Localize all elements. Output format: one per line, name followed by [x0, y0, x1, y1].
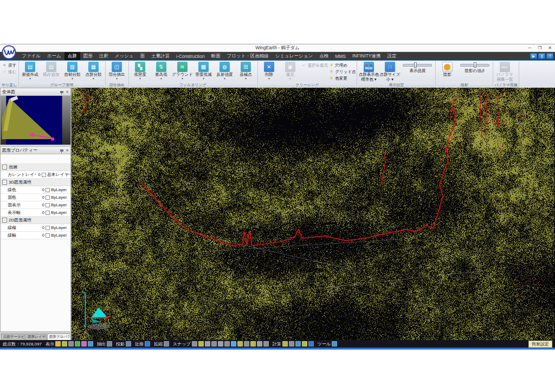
スナップ-icon-1[interactable]: [192, 341, 197, 347]
ribbon-slider-陰影の強さ[interactable]: 陰影の強さ: [458, 61, 492, 74]
ribbon-button-低密度[interactable]: ▚低密度▼: [130, 61, 151, 80]
pin-icon[interactable]: [60, 91, 63, 93]
menu-tab-設定[interactable]: 設定: [384, 52, 399, 60]
property-row-面表示[interactable]: 面表示0ByLayer: [1, 201, 70, 209]
スナップ-icon-11[interactable]: [257, 341, 262, 347]
ribbon-button-グラウンド[interactable]: ≋グラウンド▼: [172, 61, 193, 80]
スナップ-icon-5[interactable]: [218, 341, 223, 347]
表示-icon-1[interactable]: [55, 341, 61, 347]
dock-tab-図形プロパテ..[interactable]: 図形プロパテ..: [47, 334, 71, 340]
play-button[interactable]: ▶: [530, 53, 537, 59]
collapse-icon[interactable]: −: [2, 165, 7, 169]
計算-icon-1[interactable]: [282, 341, 288, 347]
menu-tab-シミュレーション[interactable]: シミュレーション: [272, 52, 316, 60]
menu-tab-点群[interactable]: 点群: [64, 52, 80, 60]
property-row-線幅[interactable]: 線幅0ByLayer: [1, 232, 70, 239]
ribbon-button-部分抽出[interactable]: ◫部分抽出▼: [107, 61, 127, 80]
menu-tab-メッシュ[interactable]: メッシュ: [112, 52, 137, 60]
pin-icon[interactable]: [60, 149, 63, 152]
menu-tab-INFINITY連携[interactable]: INFINITY連携: [349, 52, 384, 60]
スナップ-icon-8[interactable]: [237, 341, 243, 347]
menu-tab-注釈[interactable]: 注釈: [96, 52, 112, 60]
property-row-線種[interactable]: 線種0ByLayer: [1, 224, 70, 232]
collapse-icon[interactable]: −: [2, 218, 7, 223]
表示品質-slider-track[interactable]: [403, 64, 432, 67]
minimize-button[interactable]: ─: [528, 44, 531, 51]
近接-icon-1[interactable]: [145, 341, 150, 347]
menu-tab-断面[interactable]: 断面: [208, 52, 223, 60]
menu-tab-土量計算[interactable]: 土量計算: [148, 52, 173, 60]
ribbon-slider-表示品質[interactable]: 表示品質: [401, 61, 434, 74]
ribbon-button-削除[interactable]: ✕削除▼: [259, 61, 280, 80]
ribbon-button-陰影[interactable]: 陰影: [437, 61, 457, 77]
property-row-線色[interactable]: 線色0ByLayer: [1, 186, 70, 194]
スナップ-icon-4[interactable]: [211, 341, 217, 347]
ribbon-button-点群分類[interactable]: ▦点群分類▼: [83, 61, 104, 80]
陰影の強さ-slider-thumb[interactable]: [474, 62, 476, 68]
スナップ-icon-10[interactable]: [250, 341, 256, 347]
スナップ-icon-6[interactable]: [224, 341, 230, 347]
表示-icon-3[interactable]: [68, 341, 74, 347]
ribbon-button-密度低減[interactable]: ▩密度低減▼: [193, 61, 214, 80]
ribbon-button-グリッド点[interactable]: ✳グリッド点: [328, 69, 356, 75]
close-button[interactable]: ✕: [548, 44, 552, 51]
close-icon[interactable]: ✕: [66, 90, 69, 94]
easy-setting-button[interactable]: 簡単設定: [528, 341, 552, 348]
pause-button[interactable]: ∥: [538, 53, 545, 59]
計算-icon-4[interactable]: [302, 341, 307, 347]
overview-map[interactable]: [1, 96, 70, 145]
ribbon-button-色変更[interactable]: ✳色変更: [328, 75, 356, 81]
help-button[interactable]: ?: [546, 53, 553, 59]
menu-tab-i-Construction[interactable]: i-Construction: [173, 52, 208, 60]
ribbon-button-点群表示色[interactable]: RGB点群表示色標準色 ▾: [358, 61, 379, 82]
ribbon-button-反射強度[interactable]: ◍反射強度▼: [215, 61, 235, 80]
workspace: 全体図 ✕ 図形プロパティー ✕: [0, 88, 555, 340]
menu-tab-MMS[interactable]: MMS: [332, 52, 349, 60]
スナップ-icon-7[interactable]: [231, 341, 236, 347]
collapse-icon[interactable]: −: [2, 180, 7, 185]
menu-tab-図形[interactable]: 図形: [80, 52, 96, 60]
menu-tab-ホーム[interactable]: ホーム: [44, 52, 64, 60]
パノラマ-icon: ALL: [500, 62, 510, 72]
ribbon-button-新規作成[interactable]: ▤新規作成▼: [20, 61, 41, 80]
抽出-icon-1[interactable]: [107, 341, 112, 347]
表示品質-slider-thumb[interactable]: [414, 62, 417, 68]
dock-tab-点群データビ..[interactable]: 点群データビ..: [1, 334, 25, 340]
dock-tab-図形レイヤ..[interactable]: 図形レイヤ..: [25, 334, 47, 340]
ribbon-button-自動分類[interactable]: ▥自動分類▼: [62, 61, 83, 80]
スナップ-icon-12[interactable]: [263, 341, 269, 347]
ribbon-button-点群サイズ[interactable]: ∷点群サイズ小 ▾: [379, 61, 400, 82]
menu-tab-点検[interactable]: 点検: [316, 52, 332, 60]
menu-tab-ファイル[interactable]: ファイル: [18, 52, 44, 60]
ribbon-button-器械点[interactable]: ⊞器械点▼: [236, 61, 256, 80]
表示-icon-6[interactable]: [88, 341, 93, 347]
表示-icon-2[interactable]: [62, 341, 67, 347]
property-group-画層[interactable]: −画層: [1, 164, 70, 171]
拡縮-icon-1[interactable]: [164, 341, 169, 347]
menu-tab-プロット・区画精線[interactable]: プロット・区画精線: [223, 52, 272, 60]
property-group-3D図形属性[interactable]: −3D図形属性: [1, 179, 70, 186]
スナップ-icon-9[interactable]: [244, 341, 249, 347]
スナップ-icon-3[interactable]: [205, 341, 210, 347]
restore-button[interactable]: ❒: [538, 44, 541, 51]
property-row-表示幅[interactable]: 表示幅0ByLayer: [1, 209, 70, 217]
menu-tab-面[interactable]: 面: [137, 52, 149, 60]
viewport-3d[interactable]: [72, 88, 554, 340]
menu-bar: ファイルホーム点群図形注釈メッシュ面土量計算i-Construction断面プロ…: [0, 52, 555, 60]
close-icon[interactable]: ✕: [66, 148, 69, 152]
スナップ-icon-2[interactable]: [198, 341, 204, 347]
計算-icon-2[interactable]: [289, 341, 294, 347]
表示-icon-5[interactable]: [81, 341, 87, 347]
ribbon-button-戻す[interactable]: «戻す: [2, 62, 16, 68]
ribbon-button-穴埋め[interactable]: ✳穴埋め: [328, 62, 356, 68]
ribbon-button-最高低[interactable]: ⇅最高低▼: [151, 61, 172, 80]
投影-icon-1[interactable]: [126, 341, 131, 347]
陰影の強さ-slider-track[interactable]: [460, 64, 489, 67]
property-group-2D図形属性[interactable]: −2D図形属性: [1, 217, 70, 224]
表示-icon-4[interactable]: [75, 341, 80, 347]
ツール-icon-1[interactable]: [332, 341, 337, 347]
property-row-カレントレイヤー[interactable]: カレントレイヤー0基本レイヤー: [1, 171, 70, 179]
計算-icon-5[interactable]: [308, 341, 314, 347]
計算-icon-3[interactable]: [295, 341, 301, 347]
property-row-面色[interactable]: 面色0ByLayer: [1, 194, 70, 201]
